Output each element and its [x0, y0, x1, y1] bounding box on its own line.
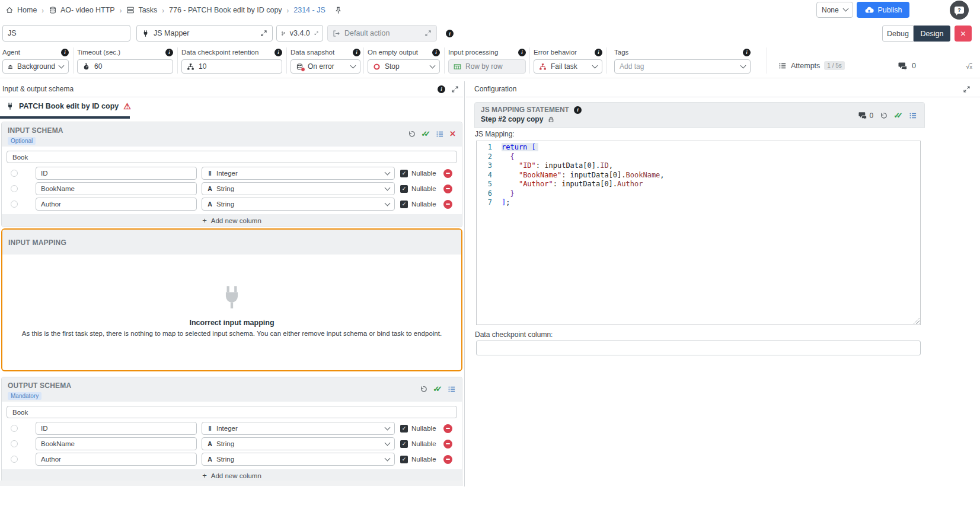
column-name-input[interactable]: Author — [36, 198, 197, 211]
column-type-select[interactable]: AString — [202, 182, 395, 195]
formula-sqrt-icon[interactable]: √x — [966, 62, 972, 71]
nullable-checkbox[interactable] — [400, 201, 408, 208]
undo-icon[interactable] — [419, 385, 427, 393]
expand-icon[interactable] — [260, 30, 267, 37]
schema-row: BookName AString Nullable — [7, 182, 457, 195]
tags-select[interactable]: Add tag — [614, 59, 751, 74]
breadcrumb-task[interactable]: 776 - PATCH Book edit by ID copy — [169, 6, 282, 14]
column-type-select[interactable]: ‖Integer — [202, 167, 395, 180]
publish-button[interactable]: Publish — [857, 2, 909, 18]
remove-column-button[interactable] — [443, 440, 452, 449]
snapshot-select[interactable]: On error — [291, 59, 360, 74]
list-icon[interactable] — [909, 112, 917, 120]
row-radio[interactable] — [11, 170, 18, 177]
breadcrumb-project[interactable]: AO- video HTTP — [49, 6, 115, 14]
info-icon[interactable] — [518, 49, 526, 56]
undo-icon[interactable] — [407, 130, 416, 138]
close-task-button[interactable]: ✕ — [955, 26, 972, 42]
agent-select[interactable]: Background — [2, 59, 69, 74]
validate-icon[interactable]: ✓✓ — [433, 384, 442, 393]
comments-control[interactable]: 0 — [898, 61, 916, 71]
empty-output-select[interactable]: Stop — [368, 59, 440, 74]
input-table-name-input[interactable]: Book — [7, 151, 457, 163]
breadcrumb-home[interactable]: Home — [5, 6, 37, 14]
row-radio[interactable] — [11, 185, 18, 192]
timeout-input[interactable]: 60 — [77, 59, 173, 74]
info-icon[interactable] — [446, 30, 454, 37]
remove-column-button[interactable] — [443, 185, 452, 193]
tab-endpoint[interactable]: PATCH Book edit by ID copy ⚠ — [0, 102, 131, 110]
expand-icon[interactable] — [451, 85, 459, 93]
input-schema-title: INPUT SCHEMA — [8, 126, 456, 135]
task-name-input[interactable]: JS — [2, 25, 130, 42]
remove-column-button[interactable] — [443, 424, 452, 433]
expand-icon[interactable] — [424, 30, 432, 37]
nullable-checkbox[interactable] — [400, 170, 408, 177]
breadcrumb-step[interactable]: 2314 - JS — [293, 6, 325, 14]
output-schema-title: OUTPUT SCHEMA — [8, 381, 456, 390]
schema-row: BookName AString Nullable — [7, 437, 457, 450]
panel-divider[interactable] — [464, 81, 465, 486]
error-behavior-select[interactable]: Fail task — [534, 59, 602, 74]
pin-icon[interactable] — [334, 5, 343, 14]
info-icon[interactable] — [165, 49, 173, 56]
column-type-select[interactable]: AString — [202, 437, 395, 450]
column-name-input[interactable]: BookName — [36, 182, 197, 195]
add-new-column-button[interactable]: Add new column — [2, 469, 462, 482]
column-name-input[interactable]: Author — [36, 453, 197, 466]
environment-select[interactable]: None — [816, 2, 853, 18]
undo-icon[interactable] — [879, 112, 888, 120]
help-widget-button[interactable] — [950, 1, 969, 20]
add-new-column-button[interactable]: Add new column — [2, 214, 462, 227]
nullable-checkbox[interactable] — [400, 456, 408, 463]
validate-icon[interactable]: ✓✓ — [421, 129, 430, 138]
column-name-input[interactable]: ID — [36, 422, 197, 435]
nullable-checkbox[interactable] — [400, 425, 408, 433]
row-radio[interactable] — [11, 425, 18, 432]
info-icon[interactable] — [595, 49, 602, 56]
code-editor[interactable]: 1return [ 2 { 3 "ID": inputData[0].ID, 4… — [476, 141, 921, 325]
breadcrumb-tasks[interactable]: Tasks — [126, 6, 157, 14]
list-icon[interactable] — [436, 130, 444, 138]
editor-resize-handle[interactable] — [912, 316, 920, 324]
column-type-select[interactable]: ‖Integer — [202, 422, 395, 435]
info-icon[interactable] — [574, 106, 582, 114]
default-action-field[interactable]: Default action — [327, 25, 437, 42]
info-icon[interactable] — [743, 49, 751, 56]
nullable-checkbox[interactable] — [400, 440, 408, 448]
info-icon[interactable] — [353, 49, 360, 56]
nullable-checkbox[interactable] — [400, 185, 408, 193]
remove-schema-icon[interactable]: ✕ — [449, 129, 456, 138]
row-radio[interactable] — [11, 201, 18, 208]
debug-button[interactable]: Debug — [882, 26, 914, 42]
remove-column-button[interactable] — [443, 455, 452, 464]
task-version-field[interactable]: v3.4.0 — [276, 25, 323, 42]
design-button[interactable]: Design — [914, 26, 950, 42]
expand-icon[interactable] — [963, 85, 971, 93]
column-name-input[interactable]: BookName — [36, 437, 197, 450]
remove-column-button[interactable] — [443, 169, 452, 178]
nullable-label: Nullable — [411, 201, 436, 208]
validate-icon[interactable]: ✓✓ — [893, 111, 903, 120]
info-icon[interactable] — [438, 85, 445, 93]
column-type-select[interactable]: AString — [202, 198, 395, 211]
column-type-select[interactable]: AString — [202, 453, 395, 466]
remove-column-button[interactable] — [443, 200, 452, 209]
column-name-input[interactable]: ID — [36, 167, 197, 180]
comments-control[interactable]: 0 — [858, 111, 874, 120]
row-radio[interactable] — [11, 456, 18, 463]
data-checkpoint-input[interactable] — [476, 341, 921, 355]
info-icon[interactable] — [61, 49, 69, 56]
retention-input[interactable]: 10 — [181, 59, 282, 74]
expand-icon[interactable] — [314, 30, 318, 37]
list-icon[interactable] — [448, 385, 456, 393]
horizontal-scrollbar[interactable] — [0, 481, 463, 486]
info-icon[interactable] — [432, 49, 440, 56]
branch-icon — [281, 30, 286, 37]
task-type-field[interactable]: JS Mapper — [136, 25, 273, 42]
plug-icon — [142, 30, 149, 37]
row-radio[interactable] — [11, 440, 18, 447]
attempts-control[interactable]: Attempts 1 / 5s — [778, 61, 845, 70]
info-icon[interactable] — [274, 49, 282, 56]
output-table-name-input[interactable]: Book — [7, 406, 457, 418]
